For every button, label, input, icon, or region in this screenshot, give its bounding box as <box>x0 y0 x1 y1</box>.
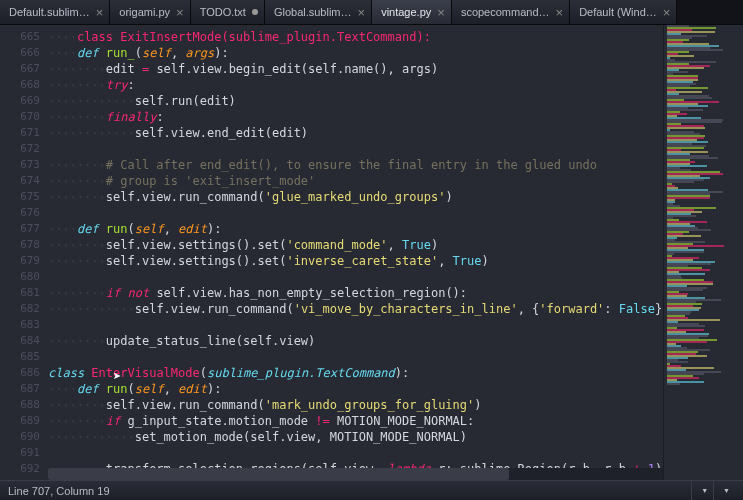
code-line: ············self.view.run_command('vi_mo… <box>48 301 663 317</box>
code-line: ········self.view.run_command('mark_undo… <box>48 397 663 413</box>
line-number: 667 <box>0 61 40 77</box>
code-line: ············set_motion_mode(self.view, M… <box>48 429 663 445</box>
line-number: 691 <box>0 445 40 461</box>
status-bar: Line 707, Column 19 ▼ ▼ <box>0 480 743 500</box>
code-area[interactable]: ····class ExitInsertMode(sublime_plugin.… <box>48 25 663 480</box>
code-line: ········if g_input_state.motion_mode != … <box>48 413 663 429</box>
editor: 6656666676686696706716726736746756766776… <box>0 25 743 480</box>
line-number: 685 <box>0 349 40 365</box>
dirty-indicator-icon <box>252 9 258 15</box>
code-line <box>48 445 663 461</box>
code-line: ····class ExitInsertMode(sublime_plugin.… <box>48 29 663 45</box>
code-line: ····def run(self, edit): <box>48 381 663 397</box>
line-number: 671 <box>0 125 40 141</box>
chevron-down-icon: ▼ <box>701 487 708 494</box>
line-number: 666 <box>0 45 40 61</box>
code-line: ········update_status_line(self.view) <box>48 333 663 349</box>
tab-label: origami.py <box>119 6 170 18</box>
code-line: class EnterVisualMode(sublime_plugin.Tex… <box>48 365 663 381</box>
tab[interactable]: Global.sublim…× <box>265 0 372 24</box>
encoding-dropdown[interactable]: ▼ <box>713 481 735 500</box>
close-icon[interactable]: × <box>358 6 366 19</box>
tab[interactable]: scopecommand…× <box>452 0 570 24</box>
cursor-position: Line 707, Column 19 <box>8 485 110 497</box>
line-number: 678 <box>0 237 40 253</box>
code-line: ····def run(self, edit): <box>48 221 663 237</box>
line-number: 665 <box>0 29 40 45</box>
code-line: ········edit = self.view.begin_edit(self… <box>48 61 663 77</box>
code-line: ········finally: <box>48 109 663 125</box>
close-icon[interactable]: × <box>556 6 564 19</box>
code-line: ········# Call after end_edit(), to ensu… <box>48 157 663 173</box>
code-line: ············self.view.end_edit(edit) <box>48 125 663 141</box>
line-number: 681 <box>0 285 40 301</box>
line-number: 668 <box>0 77 40 93</box>
close-icon[interactable]: × <box>663 6 671 19</box>
line-number: 682 <box>0 301 40 317</box>
line-number: 684 <box>0 333 40 349</box>
chevron-down-icon: ▼ <box>723 487 730 494</box>
code-line: ········self.view.settings().set('comman… <box>48 237 663 253</box>
line-number: 672 <box>0 141 40 157</box>
tab-label: Default.sublim… <box>9 6 90 18</box>
tab[interactable]: origami.py× <box>110 0 190 24</box>
tab-label: Default (Wind… <box>579 6 657 18</box>
minimap[interactable] <box>663 25 743 480</box>
code-line <box>48 141 663 157</box>
line-number: 670 <box>0 109 40 125</box>
code-line <box>48 205 663 221</box>
syntax-dropdown[interactable]: ▼ <box>691 481 713 500</box>
scrollbar-thumb[interactable] <box>48 468 509 480</box>
tab[interactable]: Default.sublim…× <box>0 0 110 24</box>
tab[interactable]: Default (Wind…× <box>570 0 677 24</box>
horizontal-scrollbar[interactable] <box>48 468 663 480</box>
gutter: 6656666676686696706716726736746756766776… <box>0 25 48 480</box>
line-number: 673 <box>0 157 40 173</box>
tab-label: scopecommand… <box>461 6 550 18</box>
code-line: ············self.run(edit) <box>48 93 663 109</box>
tab[interactable]: vintage.py× <box>372 0 452 24</box>
line-number: 689 <box>0 413 40 429</box>
code-line: ····def run_(self, args): <box>48 45 663 61</box>
line-number: 688 <box>0 397 40 413</box>
code-line: ········# group is 'exit_insert_mode' <box>48 173 663 189</box>
line-number: 676 <box>0 205 40 221</box>
line-number: 687 <box>0 381 40 397</box>
line-number: 683 <box>0 317 40 333</box>
tab-bar: Default.sublim…×origami.py×TODO.txtGloba… <box>0 0 743 25</box>
code-line: ········if not self.view.has_non_empty_s… <box>48 285 663 301</box>
line-number: 679 <box>0 253 40 269</box>
line-number: 677 <box>0 221 40 237</box>
code-line: ········try: <box>48 77 663 93</box>
line-number: 669 <box>0 93 40 109</box>
tab[interactable]: TODO.txt <box>191 0 265 24</box>
code-line: ········self.view.settings().set('invers… <box>48 253 663 269</box>
line-number: 674 <box>0 173 40 189</box>
line-number: 692 <box>0 461 40 477</box>
code-line <box>48 269 663 285</box>
code-line: ········self.view.run_command('glue_mark… <box>48 189 663 205</box>
close-icon[interactable]: × <box>96 6 104 19</box>
line-number: 680 <box>0 269 40 285</box>
tab-label: TODO.txt <box>200 6 246 18</box>
line-number: 690 <box>0 429 40 445</box>
close-icon[interactable]: × <box>176 6 184 19</box>
close-icon[interactable]: × <box>437 6 445 19</box>
line-number: 675 <box>0 189 40 205</box>
code-line <box>48 317 663 333</box>
tab-label: Global.sublim… <box>274 6 352 18</box>
line-number: 686 <box>0 365 40 381</box>
tab-label: vintage.py <box>381 6 431 18</box>
code-line <box>48 349 663 365</box>
